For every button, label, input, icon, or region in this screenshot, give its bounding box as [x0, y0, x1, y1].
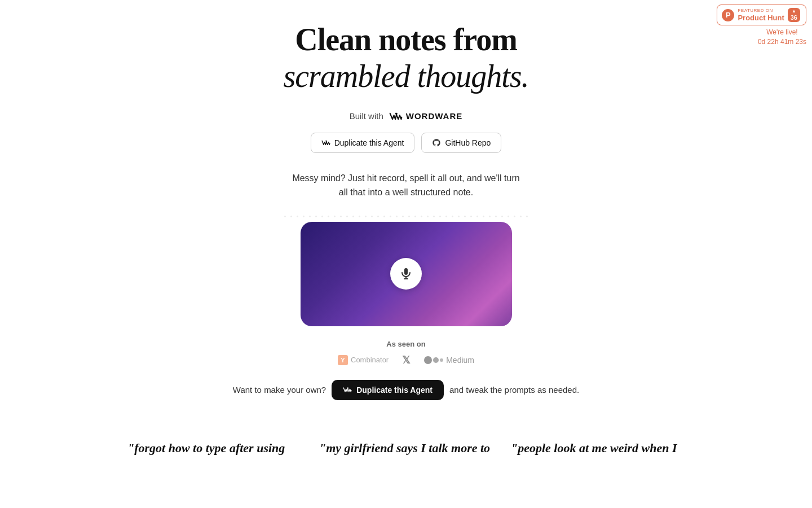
- ph-text: FEATURED ON Product Hunt: [738, 8, 784, 22]
- built-with-row: Built with WORDWARE: [350, 111, 463, 121]
- yc-logo: Y Combinator: [338, 355, 389, 365]
- github-repo-button[interactable]: GitHub Repo: [421, 133, 501, 153]
- cta-prefix: Want to make your own?: [233, 385, 326, 395]
- action-buttons: Duplicate this Agent GitHub Repo: [311, 133, 502, 153]
- cta-suffix: and tweak the prompts as needed.: [449, 385, 579, 395]
- wordware-btn-icon: [321, 138, 330, 147]
- ph-name: Product Hunt: [738, 14, 784, 23]
- as-seen-label: As seen on: [338, 340, 474, 348]
- main-content: Clean notes from scrambled thoughts. Bui…: [0, 0, 812, 491]
- hero-title: Clean notes from scrambled thoughts.: [283, 23, 528, 95]
- testimonial-1-text: "forgot how to type after using: [127, 441, 285, 455]
- wordware-icon: [389, 111, 403, 121]
- as-seen-on-section: As seen on Y Combinator 𝕏 Medium: [338, 340, 474, 366]
- duplicate-agent-button[interactable]: Duplicate this Agent: [311, 133, 415, 153]
- built-with-label: Built with: [350, 111, 383, 121]
- microphone-icon: [399, 267, 413, 281]
- hero-title-line2: scrambled thoughts.: [283, 58, 528, 95]
- ph-logo-icon: P: [722, 9, 734, 21]
- product-hunt-badge[interactable]: P FEATURED ON Product Hunt ▲ 36 We're li…: [717, 5, 806, 47]
- cta-wordware-icon: [343, 386, 352, 393]
- medium-logo: Medium: [424, 356, 474, 365]
- cta-row: Want to make your own? Duplicate this Ag…: [233, 380, 579, 400]
- microphone-button[interactable]: [390, 258, 422, 290]
- yc-icon: Y: [338, 355, 348, 365]
- ph-vote-count: ▲ 36: [788, 8, 800, 22]
- wordware-logo: WORDWARE: [389, 111, 463, 121]
- separator-dots-top: [282, 213, 530, 220]
- description: Messy mind? Just hit record, spell it al…: [292, 171, 519, 200]
- hero-title-line1: Clean notes from: [283, 23, 528, 58]
- testimonial-1: "forgot how to type after using: [118, 427, 310, 468]
- as-seen-logos: Y Combinator 𝕏 Medium: [338, 354, 474, 366]
- testimonial-3-text: "people look at me weird when I: [511, 441, 677, 455]
- ph-live-text: We're live! 0d 22h 41m 23s: [758, 28, 806, 47]
- x-logo: 𝕏: [402, 354, 411, 366]
- testimonials-section: "forgot how to type after using "my girl…: [96, 427, 716, 468]
- testimonial-2: "my girlfriend says I talk more to: [310, 427, 502, 468]
- ph-featured-label: FEATURED ON: [738, 8, 784, 14]
- testimonial-3: "people look at me weird when I: [502, 427, 694, 468]
- github-icon: [432, 138, 441, 147]
- medium-icon: [424, 356, 443, 364]
- cta-duplicate-button[interactable]: Duplicate this Agent: [332, 380, 444, 400]
- ph-badge-inner[interactable]: P FEATURED ON Product Hunt ▲ 36: [717, 5, 806, 25]
- svg-rect-0: [404, 268, 408, 275]
- testimonial-2-text: "my girlfriend says I talk more to: [319, 441, 490, 455]
- microphone-card: [301, 222, 512, 326]
